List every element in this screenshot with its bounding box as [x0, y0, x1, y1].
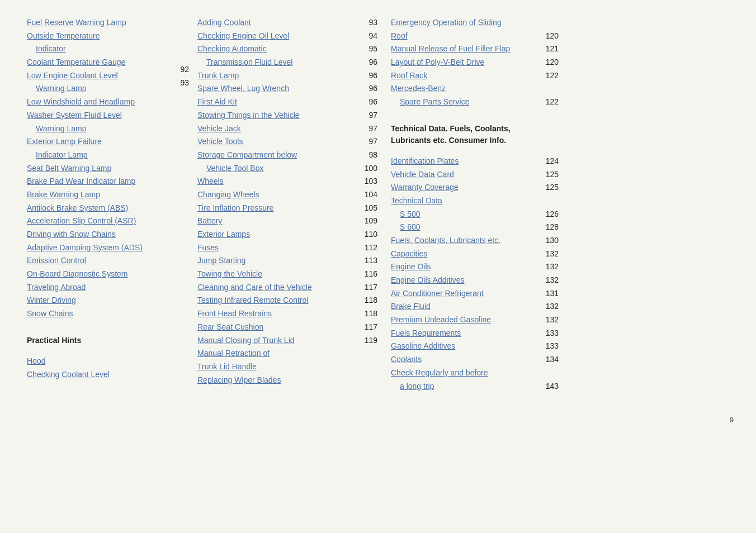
- toc-link[interactable]: Fuses: [197, 242, 219, 254]
- toc-link[interactable]: Coolant Temperature Gauge: [27, 56, 125, 69]
- toc-link[interactable]: Checking Coolant Level: [27, 369, 110, 381]
- section-heading: Technical Data. Fuels, Coolants, Lubrica…: [391, 123, 561, 146]
- toc-link[interactable]: Vehicle Jack: [197, 123, 241, 135]
- toc-link[interactable]: Warranty Coverage: [391, 182, 459, 194]
- toc-link[interactable]: S 600: [391, 221, 420, 234]
- toc-link[interactable]: Exterior Lamp Failure: [27, 136, 102, 148]
- toc-link[interactable]: Adaptive Damping System (ADS): [27, 242, 143, 254]
- toc-link[interactable]: Fuels Requirements: [391, 327, 461, 340]
- toc-link[interactable]: a long trip: [391, 380, 434, 393]
- toc-link[interactable]: Outside Temperature: [27, 30, 100, 42]
- page-number-entry: 117: [356, 282, 380, 294]
- page-number-entry: 110: [356, 229, 380, 241]
- toc-link[interactable]: Washer System Fluid Level: [27, 110, 122, 122]
- toc-link[interactable]: Towing the Vehicle: [197, 268, 262, 280]
- toc-link[interactable]: Winter Driving: [27, 294, 76, 307]
- toc-link[interactable]: Layout of Poly-V-Belt Drive: [391, 56, 484, 69]
- toc-link[interactable]: Trunk Lamp: [197, 70, 239, 82]
- toc-link[interactable]: Antilock Brake System (ABS): [27, 202, 128, 215]
- page-number-entry: 103: [356, 175, 380, 188]
- toc-link[interactable]: Spare Wheel, Lug Wrench: [197, 83, 289, 95]
- toc-link[interactable]: Spare Parts Service: [391, 96, 470, 108]
- spacer: [391, 150, 561, 155]
- toc-link[interactable]: On-Board Diagnostic System: [27, 268, 128, 280]
- col2-wrapper: Adding CoolantChecking Engine Oil LevelC…: [197, 17, 354, 387]
- toc-link[interactable]: Brake Warning Lamp: [27, 189, 100, 201]
- toc-link[interactable]: Roof: [391, 30, 408, 42]
- toc-link[interactable]: Storage Compartment below: [197, 149, 297, 161]
- toc-link[interactable]: Changing Wheels: [197, 189, 259, 201]
- toc-link[interactable]: Exterior Lamps: [197, 229, 250, 241]
- toc-link[interactable]: Warning Lamp: [27, 123, 87, 135]
- toc-link[interactable]: Brake Pad Wear Indicator lamp: [27, 175, 135, 188]
- toc-link[interactable]: Air Conditioner Refrigerant: [391, 288, 484, 300]
- page-number-entry: 97: [356, 110, 380, 122]
- toc-entry: Fuses: [197, 242, 354, 254]
- toc-link[interactable]: Brake Fluid: [391, 301, 431, 313]
- toc-link[interactable]: Coolants: [391, 354, 422, 366]
- toc-link[interactable]: Manual Release of Fuel Filler Flap: [391, 43, 510, 55]
- toc-link[interactable]: Checking Engine Oil Level: [197, 30, 289, 42]
- toc-link[interactable]: Capacities: [391, 248, 427, 260]
- toc-link[interactable]: Stowing Things in the Vehicle: [197, 110, 300, 122]
- toc-link[interactable]: Snow Chains: [27, 308, 73, 320]
- toc-link[interactable]: Trunk Lid Handle: [197, 361, 257, 373]
- page-number-entry: 128: [544, 221, 561, 234]
- page-number-entry: 105: [356, 202, 380, 215]
- page-number-entry: 131: [544, 288, 561, 300]
- toc-link[interactable]: Rear Seat Cushion: [197, 321, 263, 334]
- toc-link[interactable]: Indicator Lamp: [27, 149, 88, 161]
- toc-link[interactable]: Battery: [197, 215, 222, 227]
- page-number-entry: 130: [544, 235, 561, 247]
- toc-entry: Changing Wheels: [197, 189, 354, 201]
- toc-link[interactable]: Vehicle Data Card: [391, 169, 454, 181]
- page-number-entry: 134: [544, 354, 561, 366]
- toc-link[interactable]: Driving with Snow Chains: [27, 229, 116, 241]
- toc-link[interactable]: Checking Automatic: [197, 43, 267, 55]
- toc-link[interactable]: Wheels: [197, 175, 224, 188]
- toc-link[interactable]: Replacing Wiper Blades: [197, 374, 281, 387]
- toc-link[interactable]: Manual Retraction of: [197, 348, 270, 360]
- toc-right-column: Emergency Operation of SlidingRoof120Man…: [386, 17, 565, 393]
- toc-link[interactable]: Engine Oils Additives: [391, 274, 465, 287]
- toc-link[interactable]: Fuel Reserve Warning Lamp: [27, 17, 126, 29]
- toc-link[interactable]: Low Engine Coolant Level: [27, 70, 118, 82]
- toc-link[interactable]: Warning Lamp: [27, 83, 87, 95]
- toc-link[interactable]: Front Head Restrains: [197, 308, 272, 320]
- page-number-entry: 120: [544, 30, 561, 42]
- toc-link[interactable]: Acceleration Slip Control (ASR): [27, 215, 136, 227]
- toc-link[interactable]: Low Windshield and Headlamp: [27, 96, 135, 108]
- toc-link[interactable]: Testing Infrared Remote Control: [197, 294, 308, 307]
- page-number-entry: 96: [356, 56, 380, 69]
- toc-link[interactable]: Technical Data: [391, 195, 442, 207]
- toc-entry: Cleaning and Care of the Vehicle: [197, 282, 354, 294]
- toc-link[interactable]: Emission Control: [27, 255, 86, 267]
- toc-link[interactable]: Jump Starting: [197, 255, 245, 267]
- toc-link[interactable]: Hood: [27, 355, 45, 368]
- toc-link[interactable]: Manual Closing of Trunk Lid: [197, 335, 295, 347]
- toc-link[interactable]: Adding Coolant: [197, 17, 251, 29]
- toc-link[interactable]: Cleaning and Care of the Vehicle: [197, 282, 312, 294]
- toc-link[interactable]: Roof Rack: [391, 70, 427, 82]
- toc-link[interactable]: Vehicle Tool Box: [197, 163, 263, 175]
- toc-link[interactable]: Seat Belt Warning Lamp: [27, 163, 111, 175]
- page-number-entry: 92: [174, 64, 191, 76]
- toc-link[interactable]: Identification Plates: [391, 155, 459, 168]
- toc-link[interactable]: Vehicle Tools: [197, 136, 243, 148]
- toc-link[interactable]: Traveling Abroad: [27, 282, 86, 294]
- page-number-entry: 97: [356, 123, 380, 135]
- toc-entry: Roof Rack122: [391, 70, 561, 82]
- toc-link[interactable]: Engine Oils: [391, 261, 431, 273]
- toc-link[interactable]: Indicator: [27, 43, 66, 55]
- toc-link[interactable]: First Aid Kit: [197, 96, 237, 108]
- toc-link[interactable]: Check Regularly and before: [391, 367, 488, 379]
- page-number-entry: 117: [356, 321, 380, 334]
- toc-link[interactable]: Emergency Operation of Sliding: [391, 17, 502, 29]
- toc-link[interactable]: Fuels, Coolants, Lubricants etc.: [391, 235, 500, 247]
- toc-link[interactable]: Premium Unleaded Gasoline: [391, 314, 491, 326]
- toc-link[interactable]: Transmission Fluid Level: [197, 56, 292, 69]
- toc-link[interactable]: Tire Inflation Pressure: [197, 202, 273, 215]
- toc-link[interactable]: Gasoline Additives: [391, 340, 455, 353]
- toc-link[interactable]: Mercedes-Benz: [391, 83, 446, 95]
- toc-link[interactable]: S 500: [391, 208, 420, 221]
